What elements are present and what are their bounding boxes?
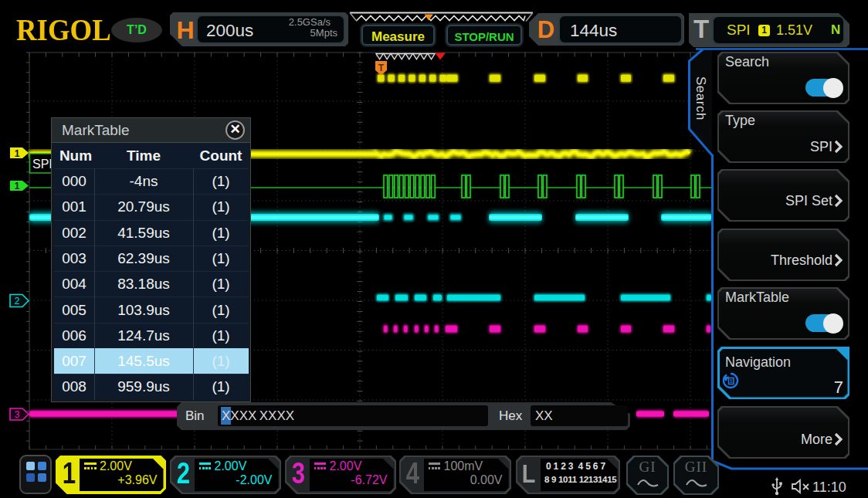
- svg-text:T: T: [378, 63, 385, 73]
- svg-text:1: 1: [15, 148, 20, 159]
- svg-text:SPI: SPI: [32, 158, 53, 171]
- svg-text:2: 2: [15, 296, 20, 307]
- svg-text:1: 1: [15, 181, 20, 191]
- svg-text:3: 3: [15, 409, 20, 420]
